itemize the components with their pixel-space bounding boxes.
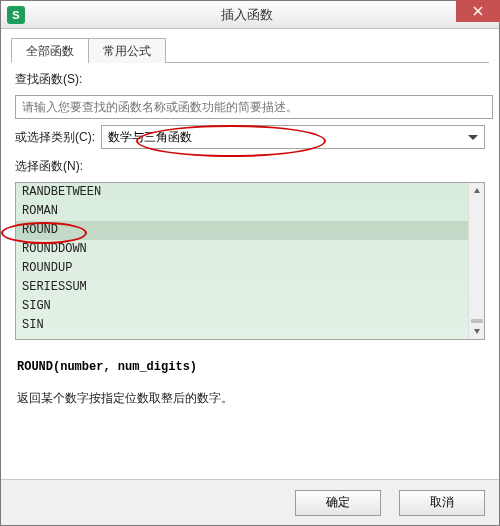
list-item[interactable]: ROUND bbox=[16, 221, 468, 240]
scroll-up-icon[interactable] bbox=[469, 183, 484, 199]
list-item[interactable]: SIN bbox=[16, 316, 468, 335]
list-item[interactable]: ROMAN bbox=[16, 202, 468, 221]
tab-bar: 全部函数 常用公式 bbox=[11, 37, 489, 63]
dialog-footer: 确定 取消 bbox=[1, 479, 499, 525]
scroll-down-icon[interactable] bbox=[469, 323, 484, 339]
tab-all-functions[interactable]: 全部函数 bbox=[11, 38, 89, 63]
function-description: 返回某个数字按指定位数取整后的数字。 bbox=[11, 384, 489, 407]
close-button[interactable] bbox=[456, 0, 500, 22]
app-icon: S bbox=[7, 6, 25, 24]
titlebar: S 插入函数 bbox=[1, 1, 499, 29]
function-syntax: ROUND(number, num_digits) bbox=[11, 340, 489, 384]
dialog-body: 全部函数 常用公式 查找函数(S): 或选择类别(C): 数学与三角函数 选择函… bbox=[1, 29, 499, 479]
scrollbar[interactable] bbox=[468, 183, 484, 339]
category-label: 或选择类别(C): bbox=[15, 129, 95, 146]
list-item[interactable]: ROUNDDOWN bbox=[16, 240, 468, 259]
function-listbox[interactable]: RANDBETWEENROMANROUNDROUNDDOWNROUNDUPSER… bbox=[15, 182, 485, 340]
tab-common-formulas[interactable]: 常用公式 bbox=[88, 38, 166, 63]
insert-function-dialog: S 插入函数 全部函数 常用公式 查找函数(S): 或选择类别(C): 数学与三… bbox=[0, 0, 500, 526]
window-title: 插入函数 bbox=[25, 6, 469, 24]
list-item[interactable]: ROUNDUP bbox=[16, 259, 468, 278]
list-item[interactable]: SERIESSUM bbox=[16, 278, 468, 297]
function-list-label: 选择函数(N): bbox=[15, 158, 83, 175]
svg-marker-2 bbox=[474, 188, 480, 193]
search-input[interactable] bbox=[15, 95, 493, 119]
list-item[interactable]: RANDBETWEEN bbox=[16, 183, 468, 202]
chevron-down-icon bbox=[468, 135, 478, 140]
cancel-button[interactable]: 取消 bbox=[399, 490, 485, 516]
ok-button[interactable]: 确定 bbox=[295, 490, 381, 516]
category-select-value: 数学与三角函数 bbox=[108, 129, 192, 146]
svg-marker-3 bbox=[474, 329, 480, 334]
search-label: 查找函数(S): bbox=[15, 71, 82, 88]
category-select[interactable]: 数学与三角函数 bbox=[101, 125, 485, 149]
list-item[interactable]: SIGN bbox=[16, 297, 468, 316]
close-icon bbox=[473, 6, 483, 16]
